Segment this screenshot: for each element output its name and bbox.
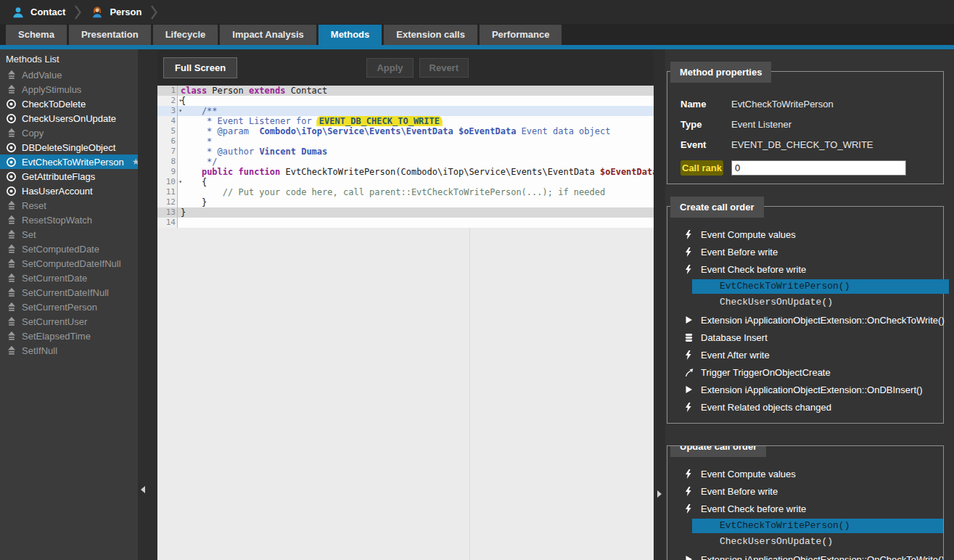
full-screen-button[interactable]: Full Screen xyxy=(163,57,237,78)
revert-button[interactable]: Revert xyxy=(419,58,469,78)
bolt-icon xyxy=(683,504,694,514)
code-line[interactable]: 12 } xyxy=(157,197,654,207)
bolt-icon xyxy=(683,230,694,239)
call-order-label: Event Related objects changed xyxy=(701,402,831,413)
line-number: 12 xyxy=(157,197,178,207)
sidebar-item-checktodelete[interactable]: CheckToDelete xyxy=(0,96,138,111)
code-line[interactable]: 6 * xyxy=(157,136,654,147)
code-line[interactable]: 11 // Put your code here, call parent::E… xyxy=(157,187,654,197)
call-order-label: Extension iApplicationObjectExtension::O… xyxy=(701,554,944,560)
fold-marker-icon[interactable]: ▾ xyxy=(178,96,182,106)
sidebar-item-setcomputeddateifnull[interactable]: SetComputedDateIfNull xyxy=(0,256,138,271)
breadcrumb-item-contact[interactable]: Contact xyxy=(7,6,70,19)
call-rank-input[interactable] xyxy=(731,160,906,176)
code-line[interactable]: 10▾ { xyxy=(157,177,654,187)
call-rank-row: Call rank xyxy=(667,157,943,178)
bolt-icon xyxy=(683,265,694,274)
code-text: /** xyxy=(178,106,218,116)
code-line[interactable]: 5 * @param Combodo\iTop\Service\Events\E… xyxy=(157,126,654,136)
method-properties-legend: Method properties xyxy=(670,62,771,83)
sidebar-item-getattributeflags[interactable]: GetAttributeFlags xyxy=(0,169,138,184)
apply-button[interactable]: Apply xyxy=(366,58,413,78)
sidebar-item-resetstopwatch[interactable]: ResetStopWatch xyxy=(0,213,138,227)
code-line[interactable]: 3▾ /** xyxy=(157,106,654,116)
editor-splitter[interactable] xyxy=(654,49,665,560)
property-value: EvtCheckToWritePerson xyxy=(731,99,834,110)
line-number: 11 xyxy=(157,187,178,197)
fold-marker-icon[interactable]: ▾ xyxy=(178,106,182,116)
tab-presentation[interactable]: Presentation xyxy=(69,25,151,45)
code-line[interactable]: 14 xyxy=(157,218,654,228)
tab-extension-calls[interactable]: Extension calls xyxy=(384,25,477,45)
call-order-method-selected[interactable]: EvtCheckToWritePerson() xyxy=(692,519,944,533)
arrow-up-icon xyxy=(6,229,17,240)
editor-toolbar: Full Screen Apply Revert xyxy=(157,49,654,86)
line-number: 8 xyxy=(157,157,178,167)
fold-marker-icon[interactable]: ▾ xyxy=(178,177,182,187)
sidebar-item-evtchecktowriteperson[interactable]: EvtCheckToWritePerson★ xyxy=(0,155,138,169)
code-line[interactable]: 9 public function EvtCheckToWritePerson(… xyxy=(157,167,654,177)
call-order-label: Extension iApplicationObjectExtension::O… xyxy=(701,384,923,395)
line-number: 13 xyxy=(157,207,178,218)
line-number: 1 xyxy=(157,86,178,96)
circle-dot-icon xyxy=(6,142,17,153)
call-order-item: Event Compute values xyxy=(667,226,943,243)
call-order-label: Database Insert xyxy=(701,332,768,343)
call-order-label: Trigger TriggerOnObjectCreate xyxy=(701,367,831,378)
call-order-method[interactable]: CheckUsersOnUpdate() xyxy=(667,295,943,310)
sidebar-item-setifnull[interactable]: SetIfNull xyxy=(0,343,138,358)
create-call-order-section: Create call order Event Compute valuesEv… xyxy=(667,206,944,424)
arrow-up-icon xyxy=(6,316,17,327)
tab-performance[interactable]: Performance xyxy=(480,25,562,45)
tab-schema[interactable]: Schema xyxy=(6,25,67,45)
sidebar-item-dbdeletesingleobject[interactable]: DBDeleteSingleObject xyxy=(0,140,138,155)
main-content: Methods List AddValueApplyStimulusCheckT… xyxy=(0,49,954,560)
play-icon xyxy=(683,385,694,394)
tab-impact-analysis[interactable]: Impact Analysis xyxy=(220,25,316,45)
bolt-icon xyxy=(683,350,694,360)
collapse-right-icon[interactable] xyxy=(657,490,662,498)
call-rank-label: Call rank xyxy=(680,162,731,173)
circle-dot-icon xyxy=(6,99,17,110)
code-line[interactable]: 7 * @author Vincent Dumas xyxy=(157,147,654,157)
sidebar-item-checkusersonupdate[interactable]: CheckUsersOnUpdate xyxy=(0,111,138,125)
call-order-method-selected[interactable]: EvtCheckToWritePerson() xyxy=(692,279,949,294)
sidebar-item-setelapsedtime[interactable]: SetElapsedTime xyxy=(0,329,138,343)
code-text: */ xyxy=(178,157,218,167)
tab-lifecycle[interactable]: Lifecycle xyxy=(153,25,218,45)
sidebar-item-reset[interactable]: Reset xyxy=(0,198,138,213)
sidebar-item-setcomputeddate[interactable]: SetComputedDate xyxy=(0,242,138,256)
sidebar-item-setcurrentdate[interactable]: SetCurrentDate xyxy=(0,271,138,285)
call-order-method[interactable]: CheckUsersOnUpdate() xyxy=(667,535,943,549)
code-line[interactable]: 8 */ xyxy=(157,157,654,167)
sidebar-item-hasuseraccount[interactable]: HasUserAccount xyxy=(0,184,138,198)
sidebar-splitter[interactable] xyxy=(138,49,157,560)
sidebar-item-setcurrentdateifnull[interactable]: SetCurrentDateIfNull xyxy=(0,285,138,300)
sidebar-item-addvalue[interactable]: AddValue xyxy=(0,67,138,82)
property-value: EVENT_DB_CHECK_TO_WRITE xyxy=(731,139,873,150)
code-line[interactable]: 4 * Event Listener for EVENT_DB_CHECK_TO… xyxy=(157,116,654,126)
arrow-up-icon xyxy=(6,258,17,269)
property-row-type: TypeEvent Listener xyxy=(680,114,943,134)
code-editor[interactable]: 1class Person extends Contact2▾{3▾ /**4 … xyxy=(157,86,654,560)
bolt-icon xyxy=(683,487,694,496)
sidebar-item-applystimulus[interactable]: ApplyStimulus xyxy=(0,82,138,96)
method-properties-section: Method properties NameEvtCheckToWritePer… xyxy=(667,71,944,184)
sidebar-item-set[interactable]: Set xyxy=(0,227,138,242)
call-order-item: Event Compute values xyxy=(667,465,943,482)
code-line[interactable]: 1class Person extends Contact xyxy=(157,86,654,96)
property-value: Event Listener xyxy=(731,119,791,130)
star-icon: ★ xyxy=(132,157,138,167)
breadcrumb-item-person[interactable]: Person xyxy=(86,6,146,19)
call-order-item: Trigger TriggerOnObjectCreate xyxy=(667,363,943,381)
collapse-left-icon[interactable] xyxy=(141,486,145,493)
sidebar-item-setcurrentuser[interactable]: SetCurrentUser xyxy=(0,314,138,329)
tab-methods[interactable]: Methods xyxy=(318,25,382,45)
code-editor-pane: Full Screen Apply Revert 1class Person e… xyxy=(157,49,654,560)
code-line[interactable]: 13} xyxy=(157,207,654,218)
play-icon xyxy=(683,316,694,324)
call-order-label: Event Before write xyxy=(701,247,778,258)
sidebar-item-setcurrentperson[interactable]: SetCurrentPerson xyxy=(0,300,138,314)
sidebar-item-copy[interactable]: Copy xyxy=(0,125,138,140)
code-line[interactable]: 2▾{ xyxy=(157,96,654,106)
